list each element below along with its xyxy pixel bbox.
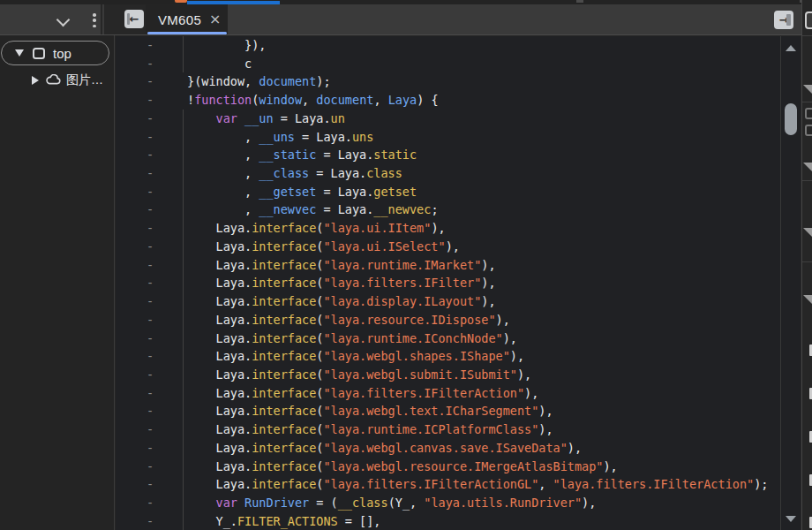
gutter-marker[interactable]: -	[116, 256, 184, 275]
gutter-marker[interactable]: -	[116, 475, 184, 494]
gutter-marker[interactable]: -	[116, 439, 184, 458]
gutter-marker[interactable]: -	[116, 311, 184, 329]
gutter-marker[interactable]: -	[116, 201, 184, 219]
editor-scrollbar[interactable]	[780, 36, 801, 530]
code-text[interactable]: Y_.FILTER_ACTIONS = [],	[184, 512, 380, 530]
gutter-marker[interactable]: -	[116, 72, 184, 91]
gutter-marker[interactable]: -	[116, 219, 184, 238]
gutter-marker[interactable]: -	[116, 494, 184, 512]
code-line[interactable]: - Laya.interface("laya.filters.IFilterAc…	[116, 384, 780, 403]
gutter-marker[interactable]: -	[116, 347, 184, 366]
code-text[interactable]: , __getset = Laya.getset	[184, 183, 417, 201]
code-text[interactable]: , __static = Laya.static	[184, 146, 417, 164]
code-line[interactable]: - Laya.interface("laya.filters.IFilterAc…	[116, 475, 780, 494]
code-text[interactable]: Laya.interface("laya.runtime.IConchNode"…	[184, 329, 517, 348]
code-text[interactable]: , __newvec = Laya.__newvec;	[184, 201, 439, 219]
code-text[interactable]: }),	[184, 36, 266, 55]
tab-close-icon[interactable]: ×	[209, 12, 221, 26]
gutter-marker[interactable]: -	[116, 238, 184, 256]
code-line[interactable]: - c	[116, 55, 780, 73]
gutter-marker[interactable]: -	[116, 164, 184, 183]
gutter-marker[interactable]: -	[116, 512, 184, 530]
code-line[interactable]: - var __un = Laya.un	[116, 110, 780, 128]
frame-icon	[33, 48, 45, 59]
gutter-marker[interactable]: -	[116, 402, 184, 420]
code-text[interactable]: Laya.interface("laya.resource.IDispose")…	[184, 311, 510, 329]
collapsed-triangle-icon[interactable]	[32, 76, 39, 85]
sliver-separator	[802, 180, 812, 181]
code-line[interactable]: - }),	[116, 36, 780, 55]
tab-vm605[interactable]: VM605 ×	[146, 4, 228, 34]
code-text[interactable]: Laya.interface("laya.ui.ISelect"),	[184, 238, 460, 256]
gutter-marker[interactable]: -	[116, 292, 184, 311]
code-text[interactable]: Laya.interface("laya.webgl.canvas.save.I…	[184, 439, 582, 458]
hide-navigator-button[interactable]: ←	[124, 10, 144, 28]
code-line[interactable]: - Laya.interface("laya.runtime.ICPlatfor…	[116, 420, 780, 439]
kebab-menu-icon[interactable]	[92, 13, 97, 27]
code-line[interactable]: - Laya.interface("laya.runtime.IConchNod…	[116, 329, 780, 348]
scroll-down-icon[interactable]	[786, 516, 796, 522]
code-text[interactable]: , __class = Laya.class	[184, 164, 402, 183]
code-text[interactable]: !function(window, document, Laya) {	[184, 91, 439, 110]
code-text[interactable]: }(window, document);	[184, 72, 331, 91]
code-text[interactable]: var RunDriver = (__class(Y_, "laya.utils…	[184, 494, 596, 512]
gutter-marker[interactable]: -	[116, 384, 184, 403]
gutter-marker[interactable]: -	[116, 274, 184, 292]
code-text[interactable]: Laya.interface("laya.webgl.resource.IMer…	[184, 458, 618, 476]
source-code-editor[interactable]: - }),- c-}(window, document);-!function(…	[116, 36, 780, 530]
panel-bar-icon	[127, 13, 130, 25]
gutter-marker[interactable]: -	[116, 91, 184, 110]
gutter-marker[interactable]: -	[116, 366, 184, 384]
code-line[interactable]: - Laya.interface("laya.resource.IDispose…	[116, 311, 780, 329]
scrollbar-thumb[interactable]	[785, 103, 797, 135]
code-line[interactable]: - Laya.interface("laya.webgl.text.ICharS…	[116, 402, 780, 420]
code-line[interactable]: - , __getset = Laya.getset	[116, 183, 780, 201]
code-line[interactable]: - Y_.FILTER_ACTIONS = [],	[116, 512, 780, 530]
show-drawer-button[interactable]: →	[774, 11, 793, 29]
code-line[interactable]: - , __class = Laya.class	[116, 164, 780, 183]
code-line[interactable]: - Laya.interface("laya.ui.ISelect"),	[116, 238, 780, 256]
gutter-marker[interactable]: -	[116, 146, 184, 164]
code-line[interactable]: - Laya.interface("laya.webgl.resource.IM…	[116, 458, 780, 476]
code-text[interactable]: Laya.interface("laya.webgl.text.ICharSeg…	[184, 402, 553, 420]
gutter-marker[interactable]: -	[116, 183, 184, 201]
code-line[interactable]: - , __newvec = Laya.__newvec;	[116, 201, 780, 219]
code-line[interactable]: - Laya.interface("laya.filters.IFilter")…	[116, 274, 780, 292]
code-text[interactable]: , __uns = Laya.uns	[184, 128, 373, 147]
code-line[interactable]: - Laya.interface("laya.ui.IItem"),	[116, 219, 780, 238]
code-line[interactable]: - Laya.interface("laya.webgl.shapes.ISha…	[116, 347, 780, 366]
gutter-marker[interactable]: -	[116, 55, 184, 73]
gutter-marker[interactable]: -	[116, 110, 184, 128]
code-text[interactable]: Laya.interface("laya.webgl.submit.ISubmi…	[184, 366, 531, 384]
code-text[interactable]: Laya.interface("laya.webgl.shapes.IShape…	[184, 347, 524, 366]
code-line[interactable]: - var RunDriver = (__class(Y_, "laya.uti…	[116, 494, 780, 512]
code-text[interactable]: Laya.interface("laya.runtime.IMarket"),	[184, 256, 496, 275]
gutter-marker[interactable]: -	[116, 329, 184, 348]
code-text[interactable]: var __un = Laya.un	[184, 110, 345, 128]
expanded-triangle-icon[interactable]	[15, 49, 24, 57]
code-line[interactable]: - Laya.interface("laya.webgl.submit.ISub…	[116, 366, 780, 384]
code-line[interactable]: -!function(window, document, Laya) {	[116, 91, 780, 110]
code-line[interactable]: -}(window, document);	[116, 72, 780, 91]
code-text[interactable]: Laya.interface("laya.runtime.ICPlatformC…	[184, 420, 553, 439]
active-tab-underline	[147, 32, 227, 34]
code-line[interactable]: - , __uns = Laya.uns	[116, 128, 780, 147]
code-text[interactable]: c	[184, 55, 252, 73]
code-line[interactable]: - Laya.interface("laya.webgl.canvas.save…	[116, 439, 780, 458]
code-text[interactable]: Laya.interface("laya.filters.IFilter"),	[184, 274, 496, 292]
code-line[interactable]: - , __static = Laya.static	[116, 146, 780, 164]
code-line[interactable]: - Laya.interface("laya.display.ILayout")…	[116, 292, 780, 311]
gutter-marker[interactable]: -	[116, 36, 184, 55]
gutter-marker[interactable]: -	[116, 128, 184, 147]
frame-tree-item-top[interactable]: top	[1, 41, 109, 65]
code-line[interactable]: - Laya.interface("laya.runtime.IMarket")…	[116, 256, 780, 275]
gutter-marker[interactable]: -	[116, 420, 184, 439]
code-text[interactable]: Laya.interface("laya.display.ILayout"),	[184, 292, 496, 311]
code-text[interactable]: Laya.interface("laya.filters.IFilterActi…	[184, 384, 538, 403]
code-text[interactable]: Laya.interface("laya.filters.IFilterActi…	[184, 475, 768, 494]
code-text[interactable]: Laya.interface("laya.ui.IItem"),	[184, 219, 446, 238]
chevron-down-icon[interactable]	[56, 13, 71, 27]
frame-tree-item-iframe[interactable]: 图片…	[0, 71, 113, 90]
scroll-up-icon[interactable]	[786, 45, 796, 51]
gutter-marker[interactable]: -	[116, 458, 184, 476]
